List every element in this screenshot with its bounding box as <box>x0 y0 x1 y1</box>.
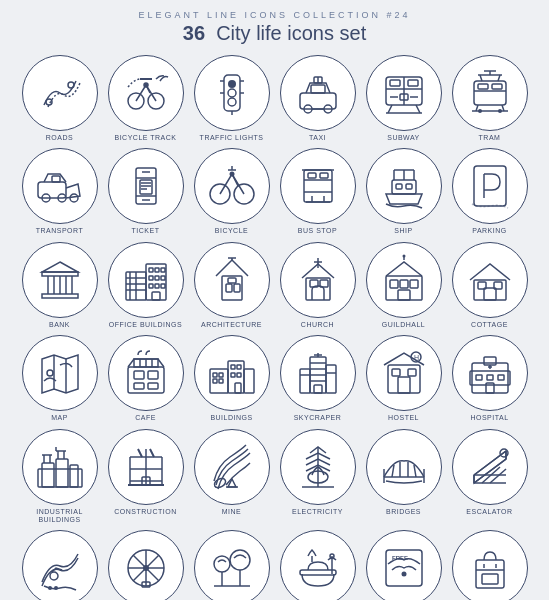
svg-rect-182 <box>56 459 68 487</box>
icon-circle-taxi <box>280 55 356 131</box>
icon-cell-park: PARK <box>191 530 273 600</box>
label-bicycle-track: BICYCLE TRACK <box>115 134 177 142</box>
label-subway: SUBWAY <box>387 134 420 142</box>
icon-circle-traffic-lights <box>194 55 270 131</box>
icon-cell-traffic-lights: TRAFFIC LIGHTS <box>191 55 273 142</box>
svg-rect-108 <box>234 284 240 292</box>
label-skycraper: SKYCRAPER <box>294 414 342 422</box>
svg-point-123 <box>402 254 405 257</box>
label-buildings: BUILDINGS <box>210 414 252 422</box>
svg-rect-80 <box>474 166 506 206</box>
svg-rect-54 <box>140 180 152 194</box>
icon-cell-subway: SUBWAY <box>363 55 445 142</box>
svg-rect-75 <box>396 184 402 189</box>
icon-cell-bicycle: BICYCLE <box>191 148 273 235</box>
header-main: 36 City life icons set <box>183 22 366 45</box>
svg-point-229 <box>214 556 230 572</box>
svg-rect-168 <box>408 369 416 376</box>
svg-rect-118 <box>390 280 398 288</box>
icon-cell-shopping: SHOPPING <box>449 530 531 600</box>
svg-rect-152 <box>235 383 241 393</box>
svg-point-4 <box>144 83 148 87</box>
svg-rect-146 <box>213 379 217 383</box>
icon-cell-bank: BANK <box>19 242 101 329</box>
svg-rect-82 <box>42 272 78 276</box>
svg-point-239 <box>401 572 406 577</box>
svg-line-26 <box>388 105 392 113</box>
icon-circle-cottage <box>452 242 528 318</box>
label-roads: ROADS <box>46 134 73 142</box>
icon-cell-hospital: HOSPITAL <box>449 335 531 422</box>
label-electricity: ELECTRICITY <box>292 508 343 516</box>
label-guildhall: GUILDHALL <box>382 321 425 329</box>
icon-circle-roads <box>22 55 98 131</box>
svg-rect-143 <box>244 369 254 393</box>
header-top: ELEGANT LINE ICONS COLLECTION #24 <box>139 10 411 20</box>
icon-circle-architecture <box>194 242 270 318</box>
icon-circle-amusement <box>108 530 184 600</box>
label-church: CHURCH <box>301 321 334 329</box>
icon-cell-amusement: AMUSEMENT <box>105 530 187 600</box>
icon-circle-industrial-buildings <box>22 429 98 505</box>
svg-text:FREE: FREE <box>392 555 408 561</box>
icon-cell-escalator: ESCALATOR <box>449 429 531 525</box>
svg-line-39 <box>480 75 482 81</box>
svg-rect-181 <box>42 463 54 487</box>
svg-line-207 <box>414 465 416 477</box>
icon-cell-electricity: ELECTRICITY <box>277 429 359 525</box>
icon-cell-ship: SHIP <box>363 148 445 235</box>
label-escalator: ESCALATOR <box>466 508 512 516</box>
icon-cell-office-buildings: OFFICE BUILDINGS <box>105 242 187 329</box>
icon-cell-bus-stop: BUS STOP <box>277 148 359 235</box>
svg-rect-68 <box>308 173 316 178</box>
svg-point-8 <box>228 98 236 106</box>
icon-cell-tram: TRAM <box>449 55 531 142</box>
svg-rect-83 <box>42 294 78 298</box>
svg-line-36 <box>476 105 478 111</box>
svg-point-231 <box>230 550 250 570</box>
header-subtitle: City life icons set <box>216 22 366 44</box>
label-industrial-buildings: INDUSTRIAL BUILDINGS <box>22 508 98 525</box>
svg-line-204 <box>392 465 394 477</box>
svg-rect-97 <box>155 268 159 272</box>
icon-circle-ticket <box>108 148 184 224</box>
svg-point-131 <box>47 370 53 376</box>
svg-rect-154 <box>300 369 310 393</box>
icon-circle-bicycle-track <box>108 55 184 131</box>
svg-rect-167 <box>392 369 400 376</box>
icon-count: 36 <box>183 22 205 44</box>
svg-rect-49 <box>52 176 60 182</box>
label-hospital: HOSPITAL <box>470 414 508 422</box>
svg-rect-139 <box>134 383 144 389</box>
icon-cell-hostel: H HOSTEL <box>363 335 445 422</box>
label-bicycle: BICYCLE <box>215 227 248 235</box>
icon-cell-skycraper: SKYCRAPER <box>277 335 359 422</box>
icon-circle-cafe <box>108 335 184 411</box>
svg-rect-105 <box>152 292 160 300</box>
label-bus-stop: BUS STOP <box>298 227 337 235</box>
svg-rect-155 <box>326 365 336 393</box>
svg-rect-107 <box>226 284 232 292</box>
svg-rect-120 <box>410 280 418 288</box>
icon-circle-electricity <box>280 429 356 505</box>
label-hostel: HOSTEL <box>388 414 419 422</box>
icon-cell-skate-park: SKATE PARK <box>19 530 101 600</box>
icon-circle-bank <box>22 242 98 318</box>
icon-cell-bicycle-track: BICYCLE TRACK <box>105 55 187 142</box>
svg-rect-104 <box>161 284 165 288</box>
icon-cell-ticket: TICKET <box>105 148 187 235</box>
svg-rect-34 <box>478 84 488 89</box>
icon-circle-skate-park <box>22 530 98 600</box>
icon-circle-ship <box>366 148 442 224</box>
icon-circle-skycraper <box>280 335 356 411</box>
label-traffic-lights: TRAFFIC LIGHTS <box>200 134 264 142</box>
svg-rect-245 <box>482 574 498 584</box>
svg-rect-180 <box>38 469 82 487</box>
svg-point-227 <box>143 565 149 571</box>
icon-circle-buildings <box>194 335 270 411</box>
svg-point-1 <box>68 82 74 88</box>
svg-rect-173 <box>484 357 496 365</box>
icon-circle-park <box>194 530 270 600</box>
label-taxi: TAXI <box>309 134 326 142</box>
svg-rect-103 <box>155 284 159 288</box>
